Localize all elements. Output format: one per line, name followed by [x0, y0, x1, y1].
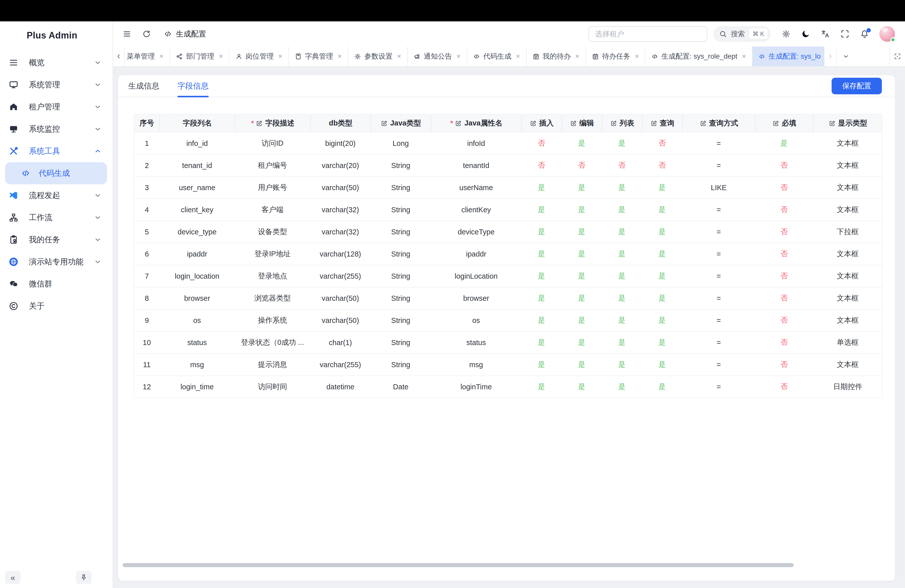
sidebar-item-workflow[interactable]: 工作流: [0, 207, 113, 229]
close-icon[interactable]: ×: [457, 53, 460, 60]
content-fullscreen-button[interactable]: [889, 46, 905, 66]
sidebar-item-code-generation[interactable]: 代码生成: [5, 162, 107, 184]
cell-required-flag[interactable]: 否: [755, 155, 813, 176]
cell-java-attr[interactable]: loginTime: [431, 376, 521, 397]
cell-java-attr[interactable]: browser: [431, 288, 521, 309]
cell-field-desc[interactable]: 登录地点: [235, 265, 310, 287]
tab-generate-info[interactable]: 生成信息: [128, 75, 159, 97]
tab-code-generation[interactable]: 代码生成 ×: [467, 46, 526, 66]
cell-field-desc[interactable]: 设备类型: [235, 221, 310, 243]
cell-field-desc[interactable]: 访问ID: [235, 132, 310, 154]
cell-list-flag[interactable]: 是: [602, 376, 642, 397]
cell-java-type[interactable]: String: [370, 265, 431, 287]
tab-post-management[interactable]: 岗位管理 ×: [230, 46, 289, 66]
cell-field-desc[interactable]: 用户账号: [235, 177, 310, 199]
edit-icon[interactable]: [530, 120, 537, 127]
cell-edit-flag[interactable]: 是: [562, 221, 602, 243]
cell-display-type[interactable]: 文本框: [813, 155, 882, 176]
cell-query-flag[interactable]: 是: [642, 376, 682, 397]
fullscreen-icon[interactable]: [841, 30, 849, 38]
cell-query-flag[interactable]: 否: [642, 155, 682, 176]
edit-icon[interactable]: [700, 120, 707, 127]
cell-java-type[interactable]: String: [370, 177, 431, 199]
user-avatar[interactable]: [880, 26, 895, 42]
cell-display-type[interactable]: 文本框: [813, 132, 882, 154]
tab-my-todo[interactable]: 我的待办 ×: [527, 46, 586, 66]
refresh-icon[interactable]: [142, 30, 151, 38]
cell-list-flag[interactable]: 否: [602, 155, 642, 176]
cell-required-flag[interactable]: 否: [755, 177, 813, 199]
cell-list-flag[interactable]: 是: [602, 332, 642, 353]
cell-display-type[interactable]: 单选框: [813, 332, 882, 353]
cell-query-type[interactable]: LIKE: [682, 177, 755, 199]
cell-edit-flag[interactable]: 是: [562, 243, 602, 265]
cell-insert-flag[interactable]: 是: [521, 310, 562, 331]
cell-edit-flag[interactable]: 是: [562, 332, 602, 353]
cell-display-type[interactable]: 文本框: [813, 243, 882, 265]
cell-list-flag[interactable]: 是: [602, 288, 642, 309]
close-icon[interactable]: ×: [159, 53, 164, 60]
cell-required-flag[interactable]: 否: [755, 243, 813, 265]
cell-insert-flag[interactable]: 否: [521, 132, 562, 154]
cell-query-flag[interactable]: 是: [642, 199, 682, 221]
cell-java-attr[interactable]: status: [431, 332, 521, 353]
sidebar-item-system-tools[interactable]: 系统工具: [0, 140, 113, 162]
settings-gear-icon[interactable]: [782, 30, 791, 38]
cell-list-flag[interactable]: 是: [602, 199, 642, 221]
search-button[interactable]: 搜索 ⌘ K: [713, 26, 771, 42]
cell-query-flag[interactable]: 否: [642, 132, 682, 154]
cell-java-attr[interactable]: userName: [431, 177, 521, 199]
close-icon[interactable]: ×: [516, 53, 520, 60]
cell-column-name[interactable]: user_name: [159, 177, 235, 199]
cell-java-type[interactable]: String: [370, 332, 431, 353]
cell-java-type[interactable]: Date: [370, 376, 431, 397]
cell-query-type[interactable]: =: [682, 354, 755, 375]
tabs-dropdown-button[interactable]: [837, 46, 855, 66]
sidebar-item-system-management[interactable]: 系统管理: [0, 74, 113, 96]
cell-required-flag[interactable]: 否: [755, 310, 813, 331]
sidebar-item-system-monitor[interactable]: 系统监控: [0, 118, 113, 140]
tab-param-settings[interactable]: 参数设置 ×: [348, 46, 408, 66]
cell-java-type[interactable]: String: [370, 155, 431, 176]
cell-java-attr[interactable]: ipaddr: [431, 243, 521, 265]
cell-column-name[interactable]: tenant_id: [159, 155, 235, 176]
sidebar-item-demo-features[interactable]: 演示站专用功能: [0, 251, 113, 273]
cell-edit-flag[interactable]: 是: [562, 265, 602, 287]
cell-insert-flag[interactable]: 是: [521, 354, 562, 375]
cell-java-type[interactable]: Long: [370, 132, 431, 154]
cell-query-flag[interactable]: 是: [642, 354, 682, 375]
cell-insert-flag[interactable]: 是: [521, 221, 562, 243]
edit-icon[interactable]: [570, 120, 577, 127]
cell-query-flag[interactable]: 是: [642, 177, 682, 199]
cell-required-flag[interactable]: 否: [755, 332, 813, 353]
cell-query-type[interactable]: =: [682, 376, 755, 397]
cell-query-flag[interactable]: 是: [642, 221, 682, 243]
tab-dict-management[interactable]: 字典管理 ×: [289, 46, 348, 66]
cell-edit-flag[interactable]: 是: [562, 199, 602, 221]
sidebar-item-overview[interactable]: 概览: [0, 52, 113, 74]
cell-required-flag[interactable]: 否: [755, 221, 813, 243]
cell-query-flag[interactable]: 是: [642, 243, 682, 265]
edit-icon[interactable]: [256, 120, 263, 127]
cell-java-attr[interactable]: tenantId: [431, 155, 521, 176]
tab-gen-config-sys-logininfor[interactable]: 生成配置: sys_lo: [753, 46, 824, 66]
close-icon[interactable]: ×: [338, 53, 341, 60]
cell-java-type[interactable]: String: [370, 354, 431, 375]
cell-required-flag[interactable]: 否: [755, 354, 813, 375]
cell-query-type[interactable]: =: [682, 310, 755, 331]
notification-bell[interactable]: [860, 30, 869, 38]
cell-field-desc[interactable]: 登录状态（0成功 ...: [235, 332, 310, 353]
close-icon[interactable]: ×: [219, 53, 223, 60]
cell-java-type[interactable]: String: [370, 243, 431, 265]
cell-query-type[interactable]: =: [682, 265, 755, 287]
cell-query-type[interactable]: =: [682, 332, 755, 353]
cell-display-type[interactable]: 文本框: [813, 310, 882, 331]
cell-field-desc[interactable]: 浏览器类型: [235, 288, 310, 309]
close-icon[interactable]: ×: [575, 53, 580, 60]
cell-column-name[interactable]: login_location: [159, 265, 235, 287]
edit-icon[interactable]: [381, 120, 387, 127]
tabs-scroll-right-button[interactable]: [824, 46, 837, 66]
cell-column-name[interactable]: info_id: [159, 132, 235, 154]
pin-sidebar-button[interactable]: [76, 571, 92, 584]
cell-insert-flag[interactable]: 是: [521, 288, 562, 309]
